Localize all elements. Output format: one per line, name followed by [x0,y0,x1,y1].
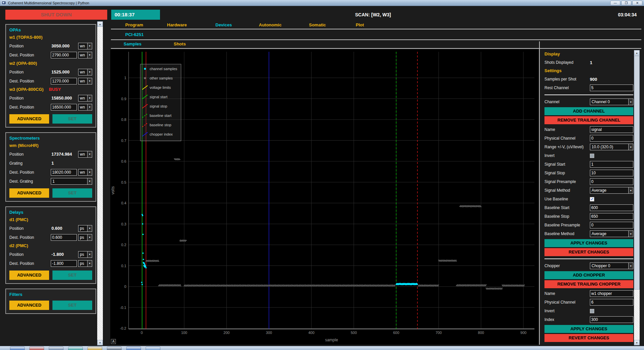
device-title: w2 (OPA-800) [9,59,92,67]
settings-scrollbar[interactable]: ▲ ▼ [634,50,640,345]
scroll-down-icon[interactable]: ▼ [634,340,640,345]
field-input-dest-position[interactable] [51,78,77,84]
taskbar-app-5-icon[interactable] [88,347,102,350]
dropdown-channel[interactable]: Channel 0▼ [590,99,633,105]
unit-select[interactable]: ps▼ [78,225,92,232]
scroll-down-icon[interactable]: ▼ [97,340,103,345]
dropdown-signal-method[interactable]: Average▼ [590,187,633,194]
setting-input-baseline-presample[interactable] [590,222,633,228]
unit-select[interactable]: ps▼ [78,260,92,267]
legend-label-other-samples: other samples [150,76,173,80]
unit-select[interactable]: wn▼ [78,95,92,102]
setting-input-name[interactable] [590,126,633,133]
field-value: 0.600 [51,226,77,231]
chevron-down-icon: ▼ [87,260,92,267]
restore-button[interactable]: ❐ [621,1,631,5]
setting-input-rest-channel[interactable] [590,84,633,91]
nav-item-devices[interactable]: Devices [215,21,232,29]
setting-input-name[interactable] [590,290,633,297]
taskbar-app-3-icon[interactable] [49,347,63,350]
remove-trailing-chopper-button[interactable]: REMOVE TRAILING CHOPPER [544,280,633,288]
tab-pci-6251[interactable]: PCI-6251 [125,31,144,38]
set-button[interactable]: SET [52,301,92,310]
chevron-down-icon: ▼ [628,231,633,237]
add-chopper-button[interactable]: ADD CHOPPER [544,271,633,279]
set-button[interactable]: SET [52,188,92,198]
setting-input-index[interactable] [590,316,633,323]
scroll-up-icon[interactable]: ▲ [97,21,103,27]
setting-input-signal-presample[interactable] [590,178,633,185]
field-input-dest-position[interactable] [51,169,77,176]
checkbox-invert[interactable] [590,309,594,313]
setting-input-signal-start[interactable] [590,161,633,168]
settings-header: Settings [544,67,633,75]
taskbar-app-2-icon[interactable] [29,347,44,350]
taskbar-app-6-icon[interactable] [107,347,122,350]
minimize-button[interactable]: — [610,1,620,5]
advanced-button[interactable]: ADVANCED [9,271,49,280]
nav-item-somatic[interactable]: Somatic [309,21,326,29]
checkbox-invert[interactable] [590,154,594,158]
apply-changes-button[interactable]: APPLY CHANGES [544,325,633,333]
scroll-up-icon[interactable]: ▲ [634,50,640,55]
field-row-position: Position17374.984wn▼ [9,150,92,159]
taskbar-app-7-icon[interactable] [126,347,141,350]
taskbar-app-8-icon[interactable] [146,347,160,350]
setting-input-physical-channel[interactable] [590,299,633,306]
field-input-dest-position[interactable] [51,234,77,241]
dropdown-range-v-uv-level[interactable]: 10.0 (320.0)▼ [590,144,633,150]
checkbox-use-baseline[interactable]: ✓ [590,197,594,201]
setting-input-signal-stop[interactable] [590,170,633,176]
setting-input-baseline-start[interactable] [590,204,633,211]
nav-item-hardware[interactable]: Hardware [167,21,187,29]
unit-select[interactable]: wn▼ [78,78,92,84]
unit-select[interactable]: ps▼ [78,251,92,258]
field-input-dest-position[interactable] [51,52,77,58]
setting-input-physical-channel[interactable] [590,135,633,142]
dropdown-dest-grating[interactable]: 1▼ [51,178,92,185]
nav-item-plot[interactable]: Plot [356,21,364,29]
dropdown-chopper[interactable]: Chopper 0▼ [590,262,633,269]
setting-input-baseline-stop[interactable] [590,213,633,220]
dropdown-baseline-method[interactable]: Average▼ [590,230,633,237]
apply-changes-button[interactable]: APPLY CHANGES [544,239,633,247]
checkbox-wrap [590,309,633,313]
dropdown-value: Average [590,231,628,236]
nav-item-program[interactable]: Program [125,21,143,29]
plot-legend[interactable]: channel samplesother samplesvoltage limi… [140,64,181,141]
revert-changes-button[interactable]: REVERT CHANGES [544,248,633,256]
samples-plot[interactable]: 010020030040050060070080090010.90.80.70.… [110,49,538,345]
plot-canvas[interactable]: 010020030040050060070080090010.90.80.70.… [110,49,538,345]
sidebar-scrollbar[interactable]: ▲ ▼ [97,21,103,345]
window-title: Coherent Multidimensional Spectroscopy |… [8,1,89,5]
field-label: Dest. Position [9,79,51,83]
unit-select[interactable]: wn▼ [78,69,92,75]
remove-trailing-channel-button[interactable]: REMOVE TRAILING CHANNEL [544,116,633,124]
unit-select[interactable]: wn▼ [78,52,92,58]
chevron-down-icon: ▼ [87,251,92,257]
field-input-dest-position[interactable] [51,260,77,267]
set-button[interactable]: SET [52,114,92,124]
unit-select[interactable]: wn▼ [78,151,92,158]
unit-select[interactable]: wn▼ [78,43,92,49]
close-button[interactable]: ✕ [632,1,642,5]
add-channel-button[interactable]: ADD CHANNEL [544,107,633,115]
unit-select[interactable]: wn▼ [78,104,92,111]
tab-samples[interactable]: Samples [124,41,141,47]
shutdown-button[interactable]: SHUT DOWN [5,10,107,20]
taskbar-app-1-icon[interactable] [10,347,25,350]
advanced-button[interactable]: ADVANCED [9,114,49,124]
advanced-button[interactable]: ADVANCED [9,188,49,198]
scrollbar-thumb[interactable] [634,56,640,290]
unit-select[interactable]: ps▼ [78,234,92,241]
tab-shots[interactable]: Shots [174,41,186,47]
field-label: Dest. Position [9,261,51,266]
advanced-button[interactable]: ADVANCED [9,301,49,310]
field-input-dest-position[interactable] [51,104,77,111]
set-button[interactable]: SET [52,271,92,280]
taskbar-app-4-icon[interactable] [68,347,83,350]
nav-item-autonomic[interactable]: Autonomic [259,21,282,29]
autoscale-button[interactable]: A [111,339,116,344]
revert-changes-button[interactable]: REVERT CHANGES [544,334,633,342]
unit-select[interactable]: wn▼ [78,169,92,176]
